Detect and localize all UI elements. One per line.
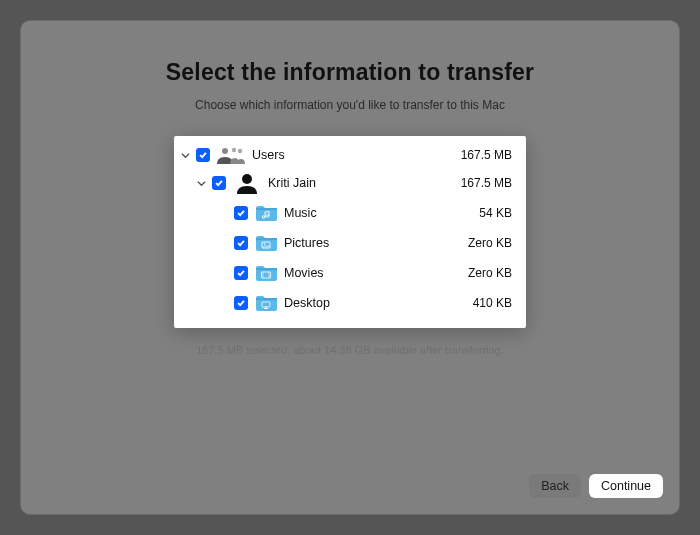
folder-pictures-icon [254, 234, 278, 252]
row-label: Kriti Jain [268, 176, 446, 190]
checkbox-user[interactable] [212, 176, 226, 190]
row-label: Users [252, 148, 446, 162]
folder-desktop-icon [254, 294, 278, 312]
page-title: Select the information to transfer [166, 59, 534, 86]
user-silhouette-icon [232, 172, 262, 194]
tree-row-desktop[interactable]: Desktop 410 KB [178, 288, 516, 318]
tree-row-pictures[interactable]: Pictures Zero KB [178, 228, 516, 258]
svg-point-3 [242, 174, 252, 184]
row-size: 167.5 MB [446, 176, 516, 190]
row-size: 167.5 MB [446, 148, 516, 162]
back-button[interactable]: Back [529, 474, 581, 498]
checkbox-users[interactable] [196, 148, 210, 162]
folder-movies-icon [254, 264, 278, 282]
row-size: 54 KB [446, 206, 516, 220]
tree-row-music[interactable]: Music 54 KB [178, 198, 516, 228]
checkbox-pictures[interactable] [234, 236, 248, 250]
users-group-icon [216, 145, 246, 165]
continue-button[interactable]: Continue [589, 474, 663, 498]
svg-point-2 [238, 149, 242, 153]
svg-point-5 [264, 243, 266, 245]
transfer-tree: Users 167.5 MB Kriti Jain 167.5 MB [174, 136, 526, 328]
row-label: Pictures [284, 236, 446, 250]
migration-assistant-dialog: Select the information to transfer Choos… [20, 20, 680, 515]
disclosure-icon[interactable] [178, 151, 192, 160]
folder-music-icon [254, 204, 278, 222]
svg-point-1 [232, 148, 236, 152]
tree-row-users[interactable]: Users 167.5 MB [178, 142, 516, 168]
tree-row-movies[interactable]: Movies Zero KB [178, 258, 516, 288]
checkbox-desktop[interactable] [234, 296, 248, 310]
disclosure-icon[interactable] [194, 179, 208, 188]
svg-point-0 [222, 148, 228, 154]
row-size: Zero KB [446, 266, 516, 280]
checkbox-movies[interactable] [234, 266, 248, 280]
row-size: Zero KB [446, 236, 516, 250]
row-label: Desktop [284, 296, 446, 310]
row-label: Movies [284, 266, 446, 280]
row-label: Music [284, 206, 446, 220]
tree-row-user[interactable]: Kriti Jain 167.5 MB [178, 168, 516, 198]
status-text: 167.5 MB selected, about 14.38 GB availa… [196, 344, 504, 356]
checkbox-music[interactable] [234, 206, 248, 220]
page-subtitle: Choose which information you'd like to t… [195, 98, 505, 112]
row-size: 410 KB [446, 296, 516, 310]
dialog-buttons: Back Continue [529, 474, 663, 498]
